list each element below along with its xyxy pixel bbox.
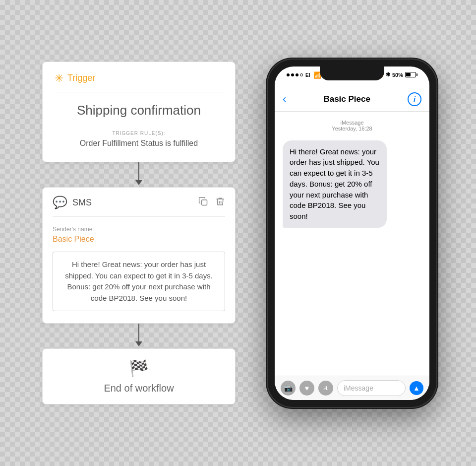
trash-icon[interactable] bbox=[215, 197, 225, 209]
sms-message-box[interactable]: Hi there! Great news: your order has jus… bbox=[53, 252, 225, 311]
sender-label: Sender's name: bbox=[53, 226, 225, 233]
sender-value: Basic Piece bbox=[53, 235, 225, 244]
trigger-label: Trigger bbox=[67, 73, 95, 83]
sms-actions bbox=[198, 197, 225, 209]
nav-bar: ‹ Basic Piece i bbox=[275, 88, 429, 112]
imessage-input[interactable]: iMessage bbox=[337, 380, 406, 396]
sms-label: SMS bbox=[72, 198, 92, 208]
phone-frame: EI 📶 15:26 🌙 ✱ 50% bbox=[268, 60, 436, 407]
signal-dot-1 bbox=[287, 73, 290, 76]
sms-card: 💬 SMS bbox=[42, 187, 236, 324]
copy-icon[interactable] bbox=[198, 197, 208, 209]
heart-icon[interactable]: ♥ bbox=[299, 381, 314, 396]
signal-dot-3 bbox=[296, 73, 298, 76]
arrow-connector-2 bbox=[135, 324, 142, 348]
sms-header: 💬 SMS bbox=[53, 196, 225, 217]
trigger-card: ✳ Trigger Shipping confirmation TRIGGER … bbox=[42, 62, 236, 163]
trigger-header: ✳ Trigger bbox=[55, 72, 223, 92]
sms-bubble-icon: 💬 bbox=[53, 196, 67, 209]
signal-area: EI 📶 bbox=[287, 71, 321, 79]
trigger-rule-value: Order Fulfillment Status is fulfilled bbox=[55, 139, 223, 148]
back-button[interactable]: ‹ bbox=[283, 93, 286, 106]
battery-tip bbox=[416, 73, 417, 76]
imessage-label: iMessage Yesterday, 16:28 bbox=[283, 120, 421, 132]
arrow-head-1 bbox=[135, 180, 142, 185]
end-label: End of workflow bbox=[104, 383, 174, 394]
trigger-title: Shipping confirmation bbox=[55, 102, 223, 119]
arrow-line-1 bbox=[138, 162, 139, 180]
input-bar: 📷 ♥ A iMessage ▲ bbox=[275, 376, 429, 400]
phone-mockup: EI 📶 15:26 🌙 ✱ 50% bbox=[268, 60, 436, 407]
arrow-head-2 bbox=[135, 341, 142, 346]
end-flag-icon: 🏁 bbox=[129, 359, 149, 378]
bluetooth-icon: ✱ bbox=[386, 71, 390, 78]
battery-icon bbox=[405, 72, 417, 77]
trigger-rule-label: TRIGGER RULE(S): bbox=[55, 131, 223, 136]
signal-dot-4 bbox=[300, 73, 303, 76]
arrow-connector-1 bbox=[135, 162, 142, 187]
battery-fill bbox=[406, 73, 411, 76]
phone-notch bbox=[320, 67, 384, 80]
carrier-text: EI bbox=[305, 72, 310, 78]
camera-icon[interactable]: 📷 bbox=[281, 381, 296, 396]
trigger-star-icon: ✳ bbox=[55, 72, 63, 85]
workflow-panel: ✳ Trigger Shipping confirmation TRIGGER … bbox=[40, 62, 238, 405]
send-button[interactable]: ▲ bbox=[410, 381, 423, 395]
appstore-icon[interactable]: A bbox=[318, 381, 333, 396]
phone-screen: EI 📶 15:26 🌙 ✱ 50% bbox=[275, 67, 429, 400]
end-of-workflow-card: 🏁 End of workflow bbox=[42, 348, 236, 404]
battery-percent: 50% bbox=[392, 72, 403, 78]
nav-title: Basic Piece bbox=[323, 94, 370, 104]
info-button[interactable]: i bbox=[408, 92, 421, 106]
battery-body bbox=[405, 72, 416, 77]
message-bubble: Hi there! Great news: your order has jus… bbox=[283, 140, 387, 228]
sms-title-row: 💬 SMS bbox=[53, 196, 92, 209]
svg-rect-0 bbox=[202, 200, 207, 205]
signal-dot-2 bbox=[291, 73, 294, 76]
arrow-line-2 bbox=[138, 324, 139, 341]
message-area: iMessage Yesterday, 16:28 Hi there! Grea… bbox=[275, 112, 429, 376]
